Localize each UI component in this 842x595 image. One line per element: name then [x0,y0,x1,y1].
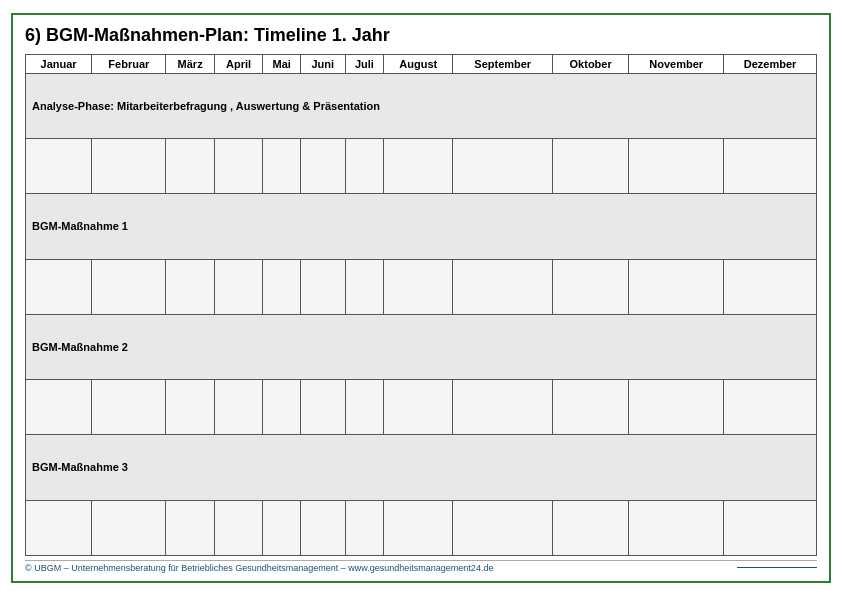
month-header-april: April [214,54,262,73]
cell-2-0-3 [214,380,262,435]
footer-text: © UBGM – Unternehmensberatung für Betrie… [25,563,493,573]
cell-1-0-7 [384,259,453,314]
cell-0-0-4 [263,139,301,194]
month-header-januar: Januar [26,54,92,73]
cell-2-0-0 [26,380,92,435]
cell-1-0-11 [724,259,817,314]
cell-1-0-8 [453,259,553,314]
section-header-3: BGM-Maßnahme 3 [26,435,817,501]
cell-3-0-9 [553,500,629,555]
section-label-2: BGM-Maßnahme 2 [26,314,817,380]
cell-1-0-9 [553,259,629,314]
cell-2-0-1 [92,380,166,435]
cell-0-0-10 [629,139,724,194]
month-header-oktober: Oktober [553,54,629,73]
cell-1-0-4 [263,259,301,314]
month-header-februar: Februar [92,54,166,73]
cell-3-0-3 [214,500,262,555]
cell-0-0-1 [92,139,166,194]
cell-2-0-10 [629,380,724,435]
footer-line [737,567,817,568]
cell-3-0-8 [453,500,553,555]
section-label-1: BGM-Maßnahme 1 [26,194,817,260]
cell-2-0-2 [166,380,214,435]
cell-1-0-6 [345,259,384,314]
cell-0-0-7 [384,139,453,194]
data-row-2-0 [26,380,817,435]
cell-0-0-8 [453,139,553,194]
cell-2-0-6 [345,380,384,435]
cell-1-0-0 [26,259,92,314]
cell-0-0-9 [553,139,629,194]
cell-3-0-6 [345,500,384,555]
section-header-0: Analyse-Phase: Mitarbeiterbefragung , Au… [26,73,817,139]
cell-2-0-4 [263,380,301,435]
section-label-3: BGM-Maßnahme 3 [26,435,817,501]
month-header-november: November [629,54,724,73]
page-title: 6) BGM-Maßnahmen-Plan: Timeline 1. Jahr [25,25,817,46]
page-container: 6) BGM-Maßnahmen-Plan: Timeline 1. Jahr … [11,13,831,583]
month-header-mai: Mai [263,54,301,73]
data-row-1-0 [26,259,817,314]
month-header-august: August [384,54,453,73]
cell-1-0-3 [214,259,262,314]
cell-3-0-0 [26,500,92,555]
section-header-1: BGM-Maßnahme 1 [26,194,817,260]
cell-0-0-11 [724,139,817,194]
cell-3-0-4 [263,500,301,555]
timeline-table: JanuarFebruarMärzAprilMaiJuniJuliAugustS… [25,54,817,556]
section-header-2: BGM-Maßnahme 2 [26,314,817,380]
cell-3-0-2 [166,500,214,555]
footer: © UBGM – Unternehmensberatung für Betrie… [25,560,817,573]
month-header-juni: Juni [301,54,346,73]
cell-2-0-11 [724,380,817,435]
cell-1-0-10 [629,259,724,314]
cell-2-0-5 [301,380,346,435]
cell-2-0-7 [384,380,453,435]
cell-0-0-3 [214,139,262,194]
month-header-september: September [453,54,553,73]
cell-1-0-1 [92,259,166,314]
month-header-märz: März [166,54,214,73]
data-row-3-0 [26,500,817,555]
month-header-dezember: Dezember [724,54,817,73]
cell-3-0-1 [92,500,166,555]
cell-3-0-7 [384,500,453,555]
cell-2-0-9 [553,380,629,435]
cell-3-0-5 [301,500,346,555]
cell-1-0-5 [301,259,346,314]
cell-0-0-0 [26,139,92,194]
header-row: JanuarFebruarMärzAprilMaiJuniJuliAugustS… [26,54,817,73]
cell-2-0-8 [453,380,553,435]
cell-3-0-11 [724,500,817,555]
cell-1-0-2 [166,259,214,314]
cell-0-0-5 [301,139,346,194]
cell-3-0-10 [629,500,724,555]
cell-0-0-6 [345,139,384,194]
data-row-0-0 [26,139,817,194]
cell-0-0-2 [166,139,214,194]
month-header-juli: Juli [345,54,384,73]
section-label-0: Analyse-Phase: Mitarbeiterbefragung , Au… [26,73,817,139]
